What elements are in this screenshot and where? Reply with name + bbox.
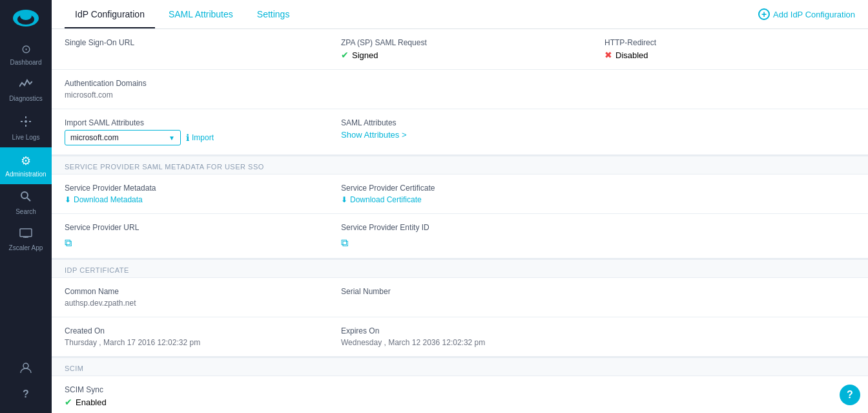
sso-url-label: Single Sign-On URL [65,38,328,47]
http-redirect-label: HTTP-Redirect [604,38,855,47]
common-name-value: authsp.dev.zpath.net [65,299,328,308]
disabled-icon: ✖ [604,50,612,60]
select-value: microsoft.com [70,133,119,142]
serial-number-field: Serial Number [328,287,592,308]
add-idp-button[interactable]: + Add IdP Configuration [758,8,855,20]
user-icon [19,361,32,376]
scim-sync-status-text: Enabled [76,397,107,407]
sidebar: ⊙ Dashboard Diagnostics Live Logs ⚙ Admi… [0,0,52,413]
created-on-value: Thursday , March 17 2016 12:02:32 pm [65,338,328,347]
sp-cert-field: Service Provider Certificate ⬇ Download … [328,184,592,204]
expires-on-field: Expires On Wednesday , March 12 2036 12:… [328,326,592,347]
sp-url-label: Service Provider URL [65,223,328,232]
expires-on-value: Wednesday , March 12 2036 12:02:32 pm [341,338,592,347]
chevron-down-icon: ▼ [169,134,175,142]
signed-icon: ✔ [341,50,349,60]
idp-cert-section-header: IdP CERTIFICATE [52,259,868,278]
zpa-saml-status-text: Signed [352,50,378,60]
saml-attributes-field: SAML Attributes Show Attributes > [328,118,592,145]
serial-number-label: Serial Number [341,287,592,296]
auth-domains-field: Authentication Domains microsoft.com [65,79,328,100]
svg-point-13 [23,363,28,368]
logo [0,0,52,36]
common-name-label: Common Name [65,287,328,296]
sp-metadata-field: Service Provider Metadata ⬇ Download Met… [65,184,328,204]
zscalerapp-icon [19,228,32,242]
content-area: Single Sign-On URL ZPA (SP) SAML Request… [52,29,868,413]
tabs-bar: IdP Configuration SAML Attributes Settin… [52,0,868,29]
saml-attributes-label: SAML Attributes [341,118,592,127]
search-icon [20,191,32,206]
svg-point-3 [25,120,27,123]
sidebar-item-diagnostics[interactable]: Diagnostics [0,72,52,109]
svg-line-9 [27,198,30,201]
download-cert-link[interactable]: ⬇ Download Certificate [341,195,592,204]
svg-rect-10 [20,229,32,237]
import-saml-row: microsoft.com ▼ ℹ Import [65,130,328,145]
floating-help-button[interactable]: ? [840,385,860,405]
sidebar-item-label: Administration [5,171,46,178]
created-on-field: Created On Thursday , March 17 2016 12:0… [65,326,328,347]
tab-saml-attributes[interactable]: SAML Attributes [158,0,243,28]
sidebar-item-administration[interactable]: ⚙ Administration [0,147,52,184]
common-name-field: Common Name authsp.dev.zpath.net [65,287,328,308]
import-saml-select[interactable]: microsoft.com ▼ [65,130,181,145]
sp-metadata-section: Service Provider Metadata ⬇ Download Met… [52,175,868,259]
sidebar-item-label: Dashboard [10,59,42,66]
sso-url-field: Single Sign-On URL [65,38,328,60]
sidebar-item-zscalerapp[interactable]: Zscaler App [0,222,52,258]
enabled-icon: ✔ [65,397,72,407]
show-attributes-link[interactable]: Show Attributes > [341,130,592,140]
sidebar-item-label: Zscaler App [9,244,43,251]
auth-domains-label: Authentication Domains [65,79,328,88]
main-content: IdP Configuration SAML Attributes Settin… [52,0,868,413]
expires-on-label: Expires On [341,326,592,335]
help-icon: ? [23,388,29,400]
import-button[interactable]: ℹ Import [186,132,214,143]
tab-settings[interactable]: Settings [247,0,300,28]
sidebar-bottom: ? [0,355,52,413]
sso-section: Single Sign-On URL ZPA (SP) SAML Request… [52,29,868,156]
download-metadata-link[interactable]: ⬇ Download Metadata [65,195,328,204]
sidebar-item-help[interactable]: ? [0,382,52,407]
sidebar-item-search[interactable]: Search [0,184,52,222]
sidebar-item-label: Search [16,208,36,215]
livelogs-icon [19,115,32,131]
scim-section-header: SCIM [52,357,868,376]
sp-metadata-label: Service Provider Metadata [65,184,328,193]
idp-cert-section: Common Name authsp.dev.zpath.net Serial … [52,278,868,357]
scim-sync-status: ✔ Enabled [65,397,855,407]
svg-point-2 [20,12,32,20]
dashboard-icon: ⊙ [21,42,31,56]
import-icon: ℹ [186,132,189,143]
zpa-saml-field: ZPA (SP) SAML Request ✔ Signed [328,38,592,60]
scim-sync-label: SCIM Sync [65,385,855,394]
sidebar-item-label: Live Logs [12,134,40,141]
import-saml-label: Import SAML Attributes [65,118,328,127]
copy-entity-icon[interactable]: ⧉ [341,237,348,249]
sidebar-item-livelogs[interactable]: Live Logs [0,109,52,147]
created-on-label: Created On [65,326,328,335]
http-redirect-status-text: Disabled [615,50,648,60]
sidebar-item-user[interactable] [0,355,52,382]
tab-idp-configuration[interactable]: IdP Configuration [65,0,155,28]
administration-icon: ⚙ [21,154,31,168]
sp-cert-label: Service Provider Certificate [341,184,592,193]
sp-url-field: Service Provider URL ⧉ [65,223,328,249]
http-redirect-field: HTTP-Redirect ✖ Disabled [592,38,855,60]
download-cert-icon: ⬇ [341,195,347,204]
auth-domains-value: microsoft.com [65,90,328,100]
sp-entity-id-label: Service Provider Entity ID [341,223,592,232]
sidebar-item-dashboard[interactable]: ⊙ Dashboard [0,36,52,72]
copy-url-icon[interactable]: ⧉ [65,237,72,249]
scim-section: SCIM Sync ✔ Enabled SCIM Service Provide… [52,376,868,413]
sidebar-item-label: Diagnostics [9,95,43,102]
sp-entity-id-field: Service Provider Entity ID ⧉ [328,223,592,249]
download-icon: ⬇ [65,195,71,204]
import-saml-field: Import SAML Attributes microsoft.com ▼ ℹ… [65,118,328,145]
sp-metadata-section-header: SERVICE PROVIDER SAML METADATA FOR USER … [52,156,868,175]
add-icon: + [758,8,770,20]
zpa-saml-status: ✔ Signed [341,50,592,60]
zpa-saml-label: ZPA (SP) SAML Request [341,38,592,47]
diagnostics-icon [19,79,32,92]
